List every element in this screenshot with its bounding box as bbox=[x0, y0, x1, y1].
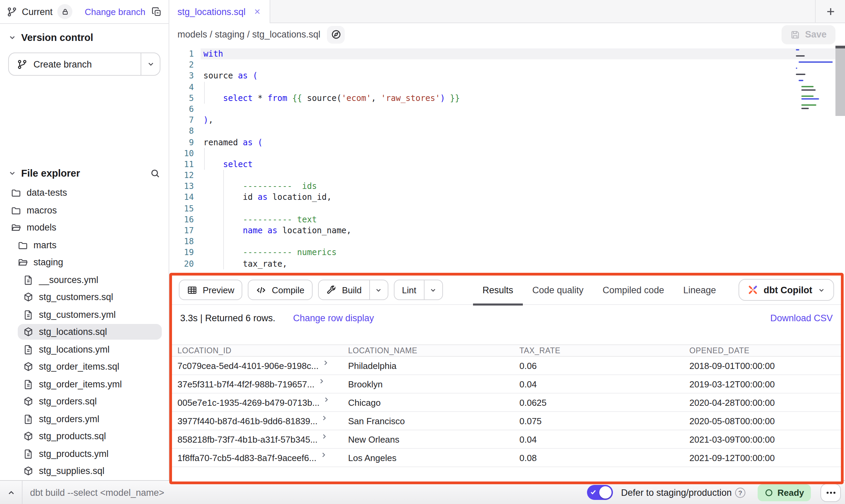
code-line-7: 7), bbox=[169, 115, 845, 125]
tree-item-stg-orders-sql[interactable]: stg_orders.sql bbox=[0, 393, 169, 410]
copy-icon[interactable] bbox=[152, 6, 162, 17]
tree-item-label: __sources.yml bbox=[39, 275, 98, 285]
table-row[interactable]: 005e7e1c-1935-4269-b479-0713b...Chicago0… bbox=[172, 393, 841, 412]
folder-icon bbox=[11, 205, 21, 216]
location-id-value: 005e7e1c-1935-4269-b479-0713b... bbox=[177, 397, 319, 407]
tree-item-stg-products-sql[interactable]: stg_products.sql bbox=[0, 428, 169, 445]
expand-row-icon[interactable] bbox=[321, 433, 328, 440]
line-number: 14 bbox=[169, 192, 201, 203]
plus-icon bbox=[825, 6, 836, 17]
tree-item-stg-order-items-sql[interactable]: stg_order_items.sql bbox=[0, 358, 169, 375]
opened-date-value: 2019-03-12T00:00:00 bbox=[684, 375, 841, 393]
expand-row-icon[interactable] bbox=[323, 396, 330, 403]
file-explorer: File explorer data-testsmacrosmodelsmart… bbox=[0, 162, 169, 480]
tree-item-label: models bbox=[27, 223, 56, 233]
line-number: 5 bbox=[169, 93, 201, 104]
help-icon[interactable]: ? bbox=[735, 487, 745, 498]
results-info-row: 3.3s | Returned 6 rows. Change row displ… bbox=[172, 305, 841, 331]
table-row[interactable]: 1f8ffa70-7cb5-4d83-8a7f-9aceef6...Los An… bbox=[172, 448, 841, 467]
new-tab-button[interactable] bbox=[815, 0, 845, 23]
panel-tab-compiled-code[interactable]: Compiled code bbox=[593, 275, 674, 305]
tree-item-label: data-tests bbox=[27, 188, 67, 198]
tree-item-stg-customers-yml[interactable]: stg_customers.yml bbox=[0, 306, 169, 323]
tree-item-label: macros bbox=[27, 205, 57, 216]
create-branch-button[interactable]: Create branch bbox=[8, 53, 160, 76]
tree-item-stg-locations-yml[interactable]: stg_locations.yml bbox=[0, 341, 169, 358]
preview-button[interactable]: Preview bbox=[179, 280, 243, 300]
search-icon[interactable] bbox=[150, 168, 160, 178]
tree-item-data-tests[interactable]: data-tests bbox=[0, 184, 169, 202]
tree-item-stg-order-items-yml[interactable]: stg_order_items.yml bbox=[0, 375, 169, 393]
line-number: 19 bbox=[169, 247, 201, 258]
chevron-down-icon[interactable] bbox=[8, 33, 16, 42]
dbt-copilot-label: dbt Copilot bbox=[764, 285, 812, 295]
defer-toggle[interactable] bbox=[587, 485, 613, 500]
chevron-up-icon[interactable] bbox=[7, 488, 16, 497]
tree-item-marts[interactable]: marts bbox=[0, 236, 169, 254]
lint-button-dropdown[interactable] bbox=[425, 280, 442, 299]
editor-scrollbar[interactable] bbox=[835, 46, 845, 116]
more-options-button[interactable] bbox=[820, 483, 841, 502]
panel-tab-code-quality[interactable]: Code quality bbox=[523, 275, 593, 305]
tree-item-stg-products-yml[interactable]: stg_products.yml bbox=[0, 445, 169, 462]
tree-item-stg-supplies-sql[interactable]: stg_supplies.sql bbox=[0, 462, 169, 480]
location-id-value: 7c079cea-5ed4-4101-906e-9198c... bbox=[177, 360, 318, 371]
save-label: Save bbox=[805, 29, 827, 40]
compile-button[interactable]: Compile bbox=[248, 280, 313, 300]
tree-item-label: stg_orders.sql bbox=[39, 397, 97, 407]
code-icon bbox=[256, 285, 267, 295]
lock-icon bbox=[61, 8, 69, 15]
column-header-location_id: LOCATION_ID bbox=[172, 345, 343, 356]
tree-item--sources-yml[interactable]: __sources.yml bbox=[0, 271, 169, 288]
expand-row-icon[interactable] bbox=[318, 378, 325, 385]
table-row[interactable]: 858218fb-73f7-4b1b-a31f-57b345...New Orl… bbox=[172, 430, 841, 448]
code-line-14: 14 id as location_id, bbox=[169, 192, 845, 203]
tree-item-staging[interactable]: staging bbox=[0, 254, 169, 271]
document-icon bbox=[23, 275, 33, 285]
tree-item-label: stg_customers.yml bbox=[39, 310, 116, 320]
build-button[interactable]: Build bbox=[318, 280, 388, 300]
dbt-cloud-ide: Current Change branch Version control bbox=[0, 0, 845, 504]
chevron-down-icon[interactable] bbox=[8, 169, 16, 177]
minimap[interactable] bbox=[796, 48, 834, 110]
table-row[interactable]: 7c079cea-5ed4-4101-906e-9198c...Philadel… bbox=[172, 356, 841, 375]
line-number: 9 bbox=[169, 137, 201, 148]
change-row-display-link[interactable]: Change row display bbox=[293, 313, 374, 323]
table-row[interactable]: 37e5f311-b7f4-4f2f-988b-719657...Brookly… bbox=[172, 375, 841, 393]
tree-item-stg-customers-sql[interactable]: stg_customers.sql bbox=[0, 288, 169, 306]
line-number: 15 bbox=[169, 203, 201, 214]
preview-button-label: Preview bbox=[203, 285, 234, 295]
close-icon[interactable] bbox=[253, 8, 261, 16]
create-branch-dropdown[interactable] bbox=[141, 53, 160, 75]
download-csv-link[interactable]: Download CSV bbox=[770, 313, 833, 323]
save-button[interactable]: Save bbox=[782, 25, 835, 44]
tree-item-stg-orders-yml[interactable]: stg_orders.yml bbox=[0, 410, 169, 428]
panel-tab-lineage[interactable]: Lineage bbox=[674, 275, 726, 305]
ready-status-badge[interactable]: Ready bbox=[758, 484, 811, 501]
results-panel: PreviewCompileBuildLint ResultsCode qual… bbox=[169, 273, 844, 484]
compass-icon[interactable] bbox=[327, 26, 345, 43]
change-branch-link[interactable]: Change branch bbox=[85, 6, 145, 17]
tree-item-macros[interactable]: macros bbox=[0, 202, 169, 219]
line-number: 10 bbox=[169, 148, 201, 159]
tree-item-label: staging bbox=[33, 257, 63, 268]
command-input[interactable]: dbt build --select <model_name> bbox=[30, 487, 164, 498]
tree-item-models[interactable]: models bbox=[0, 219, 169, 236]
lint-button[interactable]: Lint bbox=[394, 280, 443, 300]
code-line-3: 3source as ( bbox=[169, 71, 845, 81]
tree-item-stg-locations-sql[interactable]: stg_locations.sql bbox=[0, 323, 169, 341]
panel-tab-results[interactable]: Results bbox=[473, 275, 523, 305]
model-cube-icon bbox=[23, 292, 33, 302]
wrench-icon bbox=[326, 285, 336, 295]
expand-row-icon[interactable] bbox=[321, 415, 328, 421]
line-number: 1 bbox=[169, 48, 201, 59]
dbt-copilot-button[interactable]: dbt Copilot bbox=[739, 279, 834, 301]
code-line-10: 10 bbox=[169, 148, 845, 159]
expand-row-icon[interactable] bbox=[322, 359, 329, 366]
expand-row-icon[interactable] bbox=[320, 451, 327, 458]
column-header-location_name: LOCATION_NAME bbox=[343, 345, 514, 356]
build-button-dropdown[interactable] bbox=[370, 280, 388, 299]
tab-stg-locations-sql[interactable]: stg_locations.sql bbox=[169, 0, 270, 23]
line-number: 16 bbox=[169, 214, 201, 225]
table-row[interactable]: 3977f440-b87d-461b-9dd6-81839...San Fran… bbox=[172, 412, 841, 430]
